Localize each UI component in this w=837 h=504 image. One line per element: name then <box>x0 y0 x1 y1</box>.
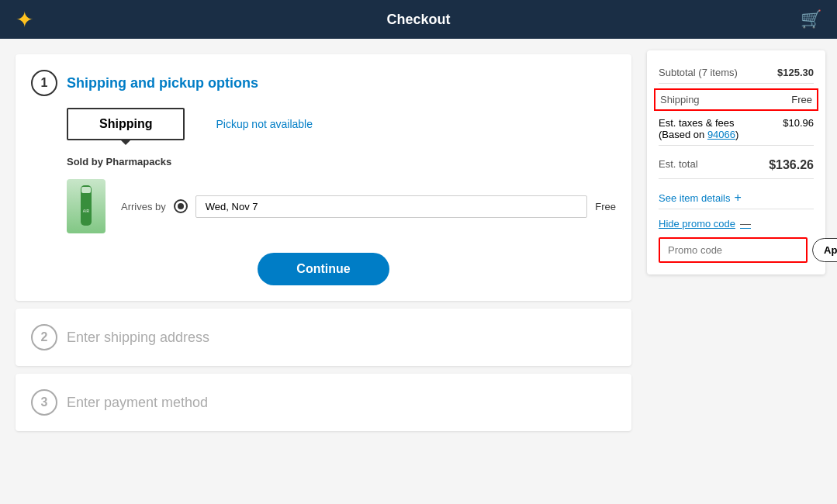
taxes-sub: (Based on <box>659 129 704 140</box>
minus-icon: — <box>740 217 751 230</box>
hide-promo-toggle[interactable]: Hide promo code — <box>659 217 814 230</box>
svg-rect-1 <box>81 187 91 193</box>
step-2-section: 2 Enter shipping address <box>16 309 631 366</box>
step-1-number: 1 <box>31 70 57 96</box>
cart-icon[interactable]: 🛒 <box>801 9 821 29</box>
step-2-number: 2 <box>31 324 57 350</box>
est-total-value: $136.26 <box>769 158 814 172</box>
apply-button[interactable]: Apply <box>812 238 837 262</box>
est-total-row: Est. total $136.26 <box>659 152 814 179</box>
header-title: Checkout <box>386 12 450 28</box>
taxes-label: Est. taxes & fees <box>659 117 735 129</box>
see-item-details[interactable]: See item details + <box>659 187 814 209</box>
arrives-date: Wed, Nov 7 <box>195 195 587 218</box>
radio-circle[interactable] <box>174 199 188 213</box>
step-3-section: 3 Enter payment method <box>16 374 631 431</box>
walmart-logo[interactable]: ✦ <box>16 7 33 33</box>
taxes-zip-link[interactable]: 94066 <box>707 129 735 140</box>
subtotal-value: $125.30 <box>777 67 814 78</box>
sold-by: Sold by Pharmapacks <box>67 156 616 167</box>
plus-icon: + <box>735 191 742 205</box>
continue-button[interactable]: Continue <box>258 253 389 285</box>
step-3-number: 3 <box>31 389 57 416</box>
est-total-label: Est. total <box>659 158 698 172</box>
order-summary: Subtotal (7 items) $125.30 Shipping Free… <box>647 50 825 274</box>
shipping-button[interactable]: Shipping <box>67 108 185 140</box>
seller-name: Pharmapacks <box>106 156 172 167</box>
step-1-title: Shipping and pickup options <box>67 75 258 91</box>
product-image: AIR <box>67 179 105 233</box>
shipping-free-value: Free <box>791 94 812 105</box>
step-2-title: Enter shipping address <box>67 330 209 346</box>
shipping-row: Shipping Free <box>654 88 818 111</box>
promo-code-row: Apply <box>659 237 814 263</box>
svg-text:AIR: AIR <box>83 209 90 213</box>
promo-code-input[interactable] <box>659 237 808 263</box>
pickup-unavailable: Pickup not available <box>216 118 313 130</box>
free-label: Free <box>595 201 616 212</box>
shipping-label: Shipping <box>660 94 700 105</box>
taxes-row: Est. taxes & fees (Based on 94066) $10.9… <box>659 112 814 146</box>
subtotal-label: Subtotal (7 items) <box>659 67 738 78</box>
step-1-section: 1 Shipping and pickup options Shipping P… <box>16 54 631 301</box>
arrives-label: Arrives by <box>121 201 166 212</box>
taxes-value: $10.96 <box>783 117 814 140</box>
header: ✦ Checkout 🛒 <box>0 0 837 39</box>
step-3-title: Enter payment method <box>67 395 208 411</box>
